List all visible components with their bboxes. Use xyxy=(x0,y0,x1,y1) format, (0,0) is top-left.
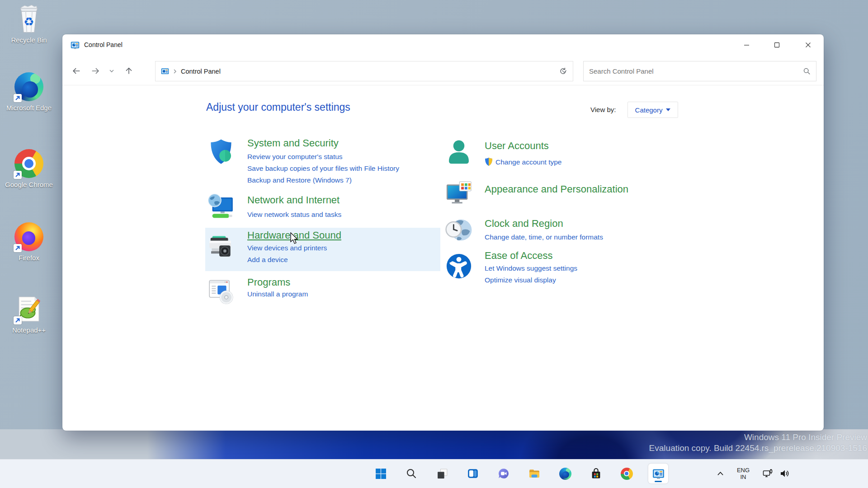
search-box[interactable] xyxy=(583,61,816,81)
desktop-icon-label: Google Chrome xyxy=(4,181,54,189)
task-view-button[interactable] xyxy=(432,464,452,483)
language-line2: IN xyxy=(731,474,755,480)
breadcrumb-item-control-panel[interactable]: Control Panel xyxy=(181,68,221,75)
language-indicator[interactable]: ENG IN xyxy=(731,467,755,480)
link-view-network-status[interactable]: View network status and tasks xyxy=(247,211,341,219)
chrome-taskbar-button[interactable] xyxy=(617,464,637,483)
widgets-button[interactable] xyxy=(463,464,483,483)
desktop-icon-label: Recycle Bin xyxy=(4,36,54,44)
link-uninstall-a-program[interactable]: Uninstall a program xyxy=(247,290,308,298)
edge-taskbar-button[interactable] xyxy=(555,464,575,483)
windows-start-icon xyxy=(375,468,387,479)
shortcut-arrow-icon xyxy=(14,316,22,324)
shortcut-arrow-icon xyxy=(14,244,22,252)
page-title: Adjust your computer's settings xyxy=(206,101,350,113)
taskbar-search-button[interactable] xyxy=(401,464,421,483)
firefox-icon xyxy=(14,222,43,251)
ease-of-access-icon[interactable] xyxy=(445,252,473,280)
control-panel-app-icon xyxy=(71,41,80,50)
up-button[interactable] xyxy=(120,62,137,80)
desktop-icon-notepad-plus-plus[interactable]: Notepad++ xyxy=(4,295,54,334)
network-icon xyxy=(762,468,773,479)
desktop-icon-label: Microsoft Edge xyxy=(4,104,54,112)
link-review-computer-status[interactable]: Review your computer's status xyxy=(247,153,343,161)
mouse-cursor xyxy=(289,232,300,245)
category-programs[interactable]: Programs xyxy=(247,277,290,288)
teams-chat-icon xyxy=(498,468,509,479)
user-accounts-icon[interactable] xyxy=(445,138,473,166)
title-bar[interactable]: Control Panel xyxy=(62,34,824,56)
minimize-button[interactable] xyxy=(733,34,760,55)
file-explorer-icon xyxy=(528,468,540,479)
category-network-and-internet[interactable]: Network and Internet xyxy=(247,194,340,206)
link-let-windows-suggest-settings[interactable]: Let Windows suggest settings xyxy=(485,264,577,272)
tray-overflow-chevron[interactable] xyxy=(712,464,728,483)
network-internet-icon[interactable] xyxy=(207,193,235,221)
breadcrumb-chevron-icon xyxy=(173,69,177,74)
link-add-a-device[interactable]: Add a device xyxy=(247,256,288,264)
category-ease-of-access[interactable]: Ease of Access xyxy=(485,250,552,262)
edge-icon xyxy=(559,468,571,480)
edge-icon xyxy=(14,72,43,101)
watermark-line1: Windows 11 Pro Insider Preview xyxy=(649,432,867,443)
category-user-accounts[interactable]: User Accounts xyxy=(485,140,549,152)
desktop: ♻ Recycle Bin Microsoft Edge Google Chro… xyxy=(0,0,868,488)
notepad-plus-plus-icon xyxy=(14,295,43,324)
taskbar: ENG IN Subscribe xyxy=(0,459,868,488)
link-change-date-time-formats[interactable]: Change date, time, or number formats xyxy=(485,233,603,241)
desktop-icon-label: Firefox xyxy=(4,254,54,262)
microsoft-store-button[interactable] xyxy=(586,464,606,483)
window-title: Control Panel xyxy=(84,41,123,48)
control-panel-icon xyxy=(652,468,665,480)
hardware-sound-icon[interactable] xyxy=(207,233,235,261)
active-app-indicator xyxy=(655,481,662,482)
control-panel-breadcrumb-icon xyxy=(161,67,169,75)
category-clock-and-region[interactable]: Clock and Region xyxy=(485,218,563,230)
link-optimize-visual-display[interactable]: Optimize visual display xyxy=(485,276,556,284)
maximize-button[interactable] xyxy=(764,34,790,55)
chat-button[interactable] xyxy=(494,464,514,483)
shortcut-arrow-icon xyxy=(14,94,22,102)
volume-tray-button[interactable] xyxy=(777,464,793,483)
recent-locations-chevron-icon[interactable] xyxy=(106,62,118,80)
address-bar[interactable]: Control Panel xyxy=(155,61,573,81)
search-icon[interactable] xyxy=(803,67,811,75)
file-explorer-button[interactable] xyxy=(524,464,544,483)
network-tray-button[interactable] xyxy=(760,464,776,483)
desktop-icon-firefox[interactable]: Firefox xyxy=(4,222,54,262)
view-by-value: Category xyxy=(635,106,663,114)
programs-icon[interactable] xyxy=(207,277,235,305)
control-panel-window: Control Panel xyxy=(62,34,824,431)
refresh-button[interactable] xyxy=(553,61,573,81)
desktop-icon-microsoft-edge[interactable]: Microsoft Edge xyxy=(4,72,54,112)
close-button[interactable] xyxy=(795,34,821,55)
view-by-dropdown[interactable]: Category xyxy=(627,102,678,118)
language-line1: ENG xyxy=(731,467,755,474)
speaker-icon xyxy=(779,468,790,479)
link-change-account-type[interactable]: Change account type xyxy=(495,158,562,166)
link-view-devices-printers[interactable]: View devices and printers xyxy=(247,244,327,252)
chevron-down-icon xyxy=(666,108,670,112)
chrome-icon xyxy=(14,149,43,178)
chevron-up-icon xyxy=(717,471,724,476)
control-panel-taskbar-button[interactable] xyxy=(648,464,668,483)
desktop-icon-label: Notepad++ xyxy=(4,326,54,334)
search-icon xyxy=(406,468,417,479)
clock-region-icon[interactable] xyxy=(445,216,473,244)
desktop-icon-recycle-bin[interactable]: ♻ Recycle Bin xyxy=(4,5,54,44)
desktop-icon-google-chrome[interactable]: Google Chrome xyxy=(4,149,54,189)
insider-watermark: Windows 11 Pro Insider Preview Evaluatio… xyxy=(649,432,867,454)
category-appearance-and-personalization[interactable]: Appearance and Personalization xyxy=(485,183,628,195)
search-input[interactable] xyxy=(589,67,803,75)
task-view-icon xyxy=(437,468,448,479)
category-system-and-security[interactable]: System and Security xyxy=(247,137,339,149)
appearance-personalization-icon[interactable] xyxy=(445,180,473,208)
link-file-history-backup[interactable]: Save backup copies of your files with Fi… xyxy=(247,164,399,173)
back-button[interactable] xyxy=(68,62,85,80)
system-security-icon[interactable] xyxy=(207,138,235,166)
forward-button[interactable] xyxy=(87,62,104,80)
start-button[interactable] xyxy=(371,464,391,483)
link-backup-restore-windows7[interactable]: Backup and Restore (Windows 7) xyxy=(247,176,352,184)
uac-shield-icon xyxy=(485,157,493,166)
toolbar-separator xyxy=(62,85,824,85)
